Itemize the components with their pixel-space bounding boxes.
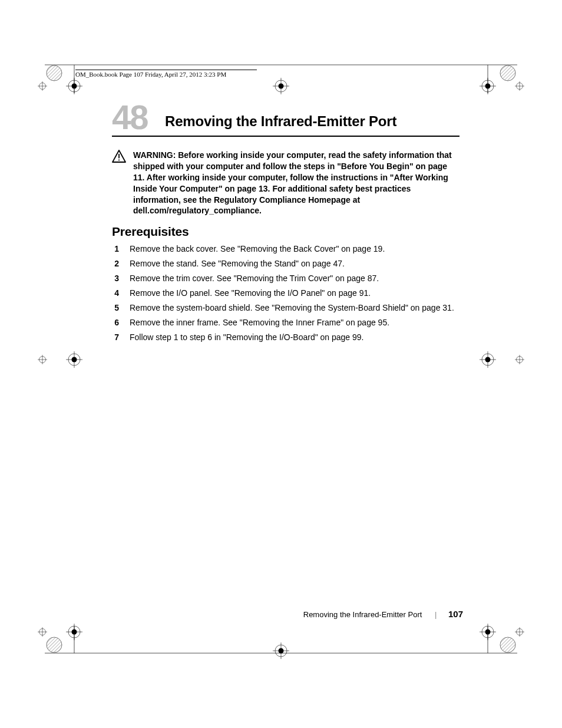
- step-number: 5: [112, 302, 119, 314]
- step-text: Remove the stand. See "Removing the Stan…: [130, 258, 459, 269]
- step-number: 6: [112, 317, 119, 328]
- step-text: Remove the inner frame. See "Removing th…: [130, 317, 459, 328]
- step-text: Remove the I/O panel. See "Removing the …: [130, 288, 459, 299]
- step-text: Remove the system-board shield. See "Rem…: [130, 302, 459, 314]
- warning-icon: [112, 150, 126, 216]
- warning-text: WARNING: Before working inside your comp…: [133, 150, 459, 216]
- step-text: Remove the back cover. See "Removing the…: [130, 243, 459, 255]
- list-item: 6 Remove the inner frame. See "Removing …: [112, 317, 459, 328]
- chapter-title: Removing the Infrared-Emitter Port: [165, 110, 459, 130]
- warning-body: Before working inside your computer, rea…: [133, 150, 452, 215]
- section-heading: Prerequisites: [112, 225, 459, 239]
- steps-list: 1 Remove the back cover. See "Removing t…: [112, 243, 459, 342]
- warning-label: WARNING:: [133, 150, 178, 160]
- chapter-header: 48 Removing the Infrared-Emitter Port: [112, 110, 459, 137]
- list-item: 3 Remove the trim cover. See "Removing t…: [112, 273, 459, 284]
- list-item: 7 Follow step 1 to step 6 in "Removing t…: [112, 332, 459, 343]
- step-number: 7: [112, 332, 119, 343]
- list-item: 1 Remove the back cover. See "Removing t…: [112, 243, 459, 255]
- list-item: 4 Remove the I/O panel. See "Removing th…: [112, 288, 459, 299]
- step-text: Remove the trim cover. See "Removing the…: [130, 273, 459, 284]
- footer-separator: |: [435, 610, 437, 619]
- step-number: 4: [112, 288, 119, 299]
- list-item: 2 Remove the stand. See "Removing the St…: [112, 258, 459, 269]
- step-text: Follow step 1 to step 6 in "Removing the…: [130, 332, 459, 343]
- chapter-number: 48: [112, 100, 148, 134]
- page-footer: Removing the Infrared-Emitter Port | 107: [303, 609, 463, 619]
- step-number: 1: [112, 243, 119, 255]
- footer-chapter-title: Removing the Infrared-Emitter Port: [303, 610, 422, 619]
- warning-block: WARNING: Before working inside your comp…: [112, 150, 459, 216]
- svg-point-1: [118, 159, 120, 160]
- step-number: 2: [112, 258, 119, 269]
- page-content: 48 Removing the Infrared-Emitter Port WA…: [112, 75, 459, 347]
- list-item: 5 Remove the system-board shield. See "R…: [112, 302, 459, 314]
- step-number: 3: [112, 273, 119, 284]
- page-number: 107: [448, 609, 463, 619]
